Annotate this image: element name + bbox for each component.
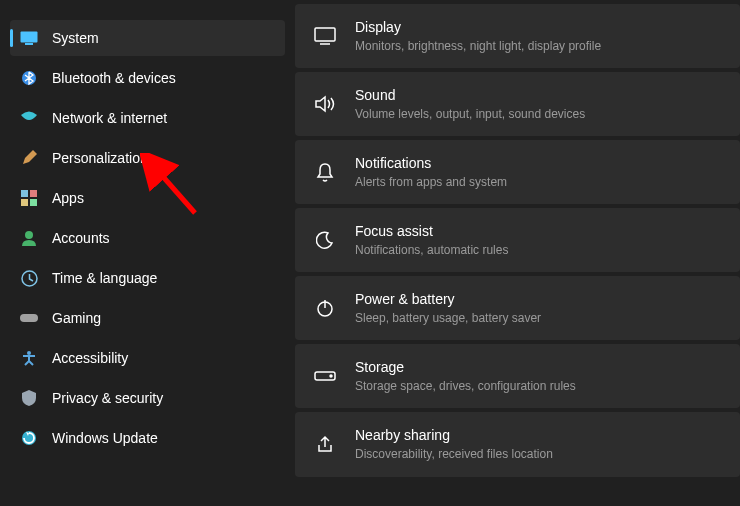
svg-rect-1 xyxy=(25,43,33,45)
setting-title: Notifications xyxy=(355,154,722,173)
svg-rect-3 xyxy=(21,190,28,197)
setting-row-display[interactable]: Display Monitors, brightness, night ligh… xyxy=(295,4,740,68)
setting-title: Nearby sharing xyxy=(355,426,722,445)
setting-title: Power & battery xyxy=(355,290,722,309)
update-icon xyxy=(20,429,38,447)
svg-rect-9 xyxy=(20,314,38,322)
clock-globe-icon xyxy=(20,269,38,287)
shield-icon xyxy=(20,389,38,407)
setting-desc: Discoverability, received files location xyxy=(355,446,722,462)
setting-desc: Notifications, automatic rules xyxy=(355,242,722,258)
svg-rect-6 xyxy=(30,199,37,206)
sidebar-item-label: Personalization xyxy=(52,150,148,166)
sidebar-item-label: Windows Update xyxy=(52,430,158,446)
sidebar-item-label: Network & internet xyxy=(52,110,167,126)
sidebar-item-label: Bluetooth & devices xyxy=(52,70,176,86)
setting-text: Power & battery Sleep, battery usage, ba… xyxy=(355,290,722,326)
accessibility-icon xyxy=(20,349,38,367)
setting-title: Sound xyxy=(355,86,722,105)
svg-point-17 xyxy=(330,375,332,377)
sidebar-item-gaming[interactable]: Gaming xyxy=(10,300,285,336)
sidebar-item-label: Time & language xyxy=(52,270,157,286)
svg-rect-12 xyxy=(315,28,335,41)
svg-rect-5 xyxy=(21,199,28,206)
moon-icon xyxy=(313,228,337,252)
sidebar-item-accessibility[interactable]: Accessibility xyxy=(10,340,285,376)
display-icon xyxy=(313,24,337,48)
svg-rect-4 xyxy=(30,190,37,197)
setting-row-nearby-sharing[interactable]: Nearby sharing Discoverability, received… xyxy=(295,412,740,476)
sidebar-item-windows-update[interactable]: Windows Update xyxy=(10,420,285,456)
sidebar-item-apps[interactable]: Apps xyxy=(10,180,285,216)
sidebar-item-system[interactable]: System xyxy=(10,20,285,56)
bluetooth-icon xyxy=(20,69,38,87)
setting-title: Display xyxy=(355,18,722,37)
setting-text: Sound Volume levels, output, input, soun… xyxy=(355,86,722,122)
sidebar-item-label: Apps xyxy=(52,190,84,206)
setting-text: Focus assist Notifications, automatic ru… xyxy=(355,222,722,258)
sidebar-item-personalization[interactable]: Personalization xyxy=(10,140,285,176)
setting-desc: Monitors, brightness, night light, displ… xyxy=(355,38,722,54)
paintbrush-icon xyxy=(20,149,38,167)
system-settings-list: Display Monitors, brightness, night ligh… xyxy=(295,0,740,506)
sidebar-item-label: Gaming xyxy=(52,310,101,326)
setting-row-focus-assist[interactable]: Focus assist Notifications, automatic ru… xyxy=(295,208,740,272)
setting-title: Storage xyxy=(355,358,722,377)
setting-text: Display Monitors, brightness, night ligh… xyxy=(355,18,722,54)
setting-text: Notifications Alerts from apps and syste… xyxy=(355,154,722,190)
apps-icon xyxy=(20,189,38,207)
setting-desc: Storage space, drives, configuration rul… xyxy=(355,378,722,394)
sidebar-item-label: System xyxy=(52,30,99,46)
sidebar-item-time-language[interactable]: Time & language xyxy=(10,260,285,296)
sidebar-item-label: Accounts xyxy=(52,230,110,246)
svg-rect-0 xyxy=(21,32,38,43)
sound-icon xyxy=(313,92,337,116)
settings-sidebar: System Bluetooth & devices Network & int… xyxy=(0,0,295,506)
svg-point-7 xyxy=(25,231,33,239)
setting-row-power-battery[interactable]: Power & battery Sleep, battery usage, ba… xyxy=(295,276,740,340)
gamepad-icon xyxy=(20,309,38,327)
bell-icon xyxy=(313,160,337,184)
sidebar-item-bluetooth[interactable]: Bluetooth & devices xyxy=(10,60,285,96)
power-icon xyxy=(313,296,337,320)
setting-row-sound[interactable]: Sound Volume levels, output, input, soun… xyxy=(295,72,740,136)
share-icon xyxy=(313,433,337,457)
sidebar-item-label: Privacy & security xyxy=(52,390,163,406)
setting-text: Storage Storage space, drives, configura… xyxy=(355,358,722,394)
sidebar-item-network[interactable]: Network & internet xyxy=(10,100,285,136)
setting-text: Nearby sharing Discoverability, received… xyxy=(355,426,722,462)
setting-desc: Alerts from apps and system xyxy=(355,174,722,190)
setting-row-notifications[interactable]: Notifications Alerts from apps and syste… xyxy=(295,140,740,204)
storage-icon xyxy=(313,364,337,388)
sidebar-item-privacy-security[interactable]: Privacy & security xyxy=(10,380,285,416)
sidebar-item-accounts[interactable]: Accounts xyxy=(10,220,285,256)
sidebar-item-label: Accessibility xyxy=(52,350,128,366)
svg-point-10 xyxy=(27,351,31,355)
monitor-icon xyxy=(20,29,38,47)
setting-desc: Sleep, battery usage, battery saver xyxy=(355,310,722,326)
setting-title: Focus assist xyxy=(355,222,722,241)
setting-desc: Volume levels, output, input, sound devi… xyxy=(355,106,722,122)
person-icon xyxy=(20,229,38,247)
setting-row-storage[interactable]: Storage Storage space, drives, configura… xyxy=(295,344,740,408)
wifi-icon xyxy=(20,109,38,127)
